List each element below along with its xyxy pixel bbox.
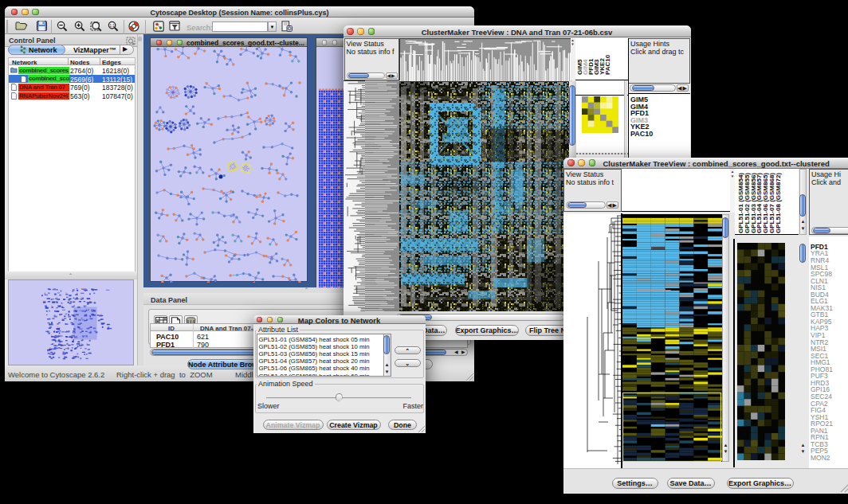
- svg-text:1:1: 1:1: [109, 24, 115, 28]
